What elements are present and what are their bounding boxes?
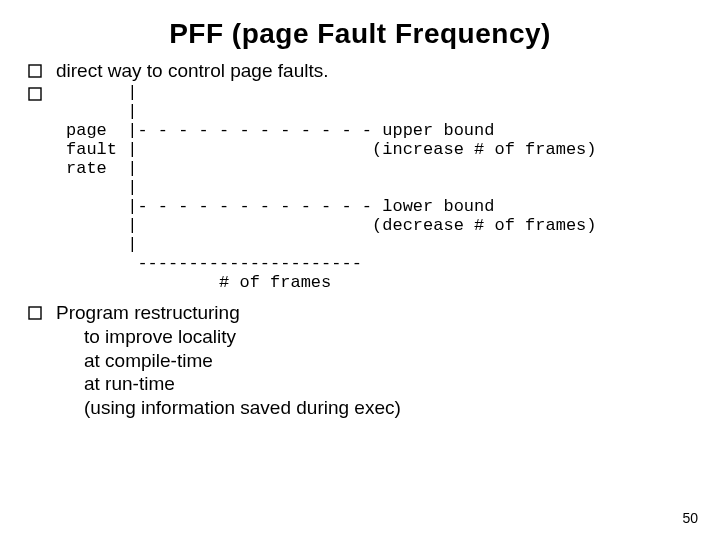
square-bullet-icon bbox=[28, 64, 48, 78]
square-bullet-icon bbox=[28, 306, 48, 320]
bullet-row-diagram: | | page |- - - - - - - - - - - - upper … bbox=[28, 83, 692, 296]
square-bullet-icon bbox=[28, 87, 48, 101]
ascii-diagram: | | page |- - - - - - - - - - - - upper … bbox=[66, 83, 597, 292]
content-area: direct way to control page faults. | | p… bbox=[0, 60, 720, 420]
sub-line-1: to improve locality bbox=[84, 325, 692, 349]
bullet-2-text: Program restructuring bbox=[56, 302, 240, 325]
slide: PFF (page Fault Frequency) direct way to… bbox=[0, 0, 720, 540]
svg-rect-1 bbox=[29, 88, 41, 100]
bullet-1-text: direct way to control page faults. bbox=[56, 60, 328, 83]
svg-rect-0 bbox=[29, 65, 41, 77]
sub-line-4: (using information saved during exec) bbox=[84, 396, 692, 420]
bullet-row-1: direct way to control page faults. bbox=[28, 60, 692, 83]
sub-line-2: at compile-time bbox=[84, 349, 692, 373]
sub-line-3: at run-time bbox=[84, 372, 692, 396]
svg-rect-2 bbox=[29, 307, 41, 319]
slide-title: PFF (page Fault Frequency) bbox=[0, 0, 720, 60]
page-number: 50 bbox=[682, 510, 698, 526]
bullet-row-2: Program restructuring bbox=[28, 302, 692, 325]
